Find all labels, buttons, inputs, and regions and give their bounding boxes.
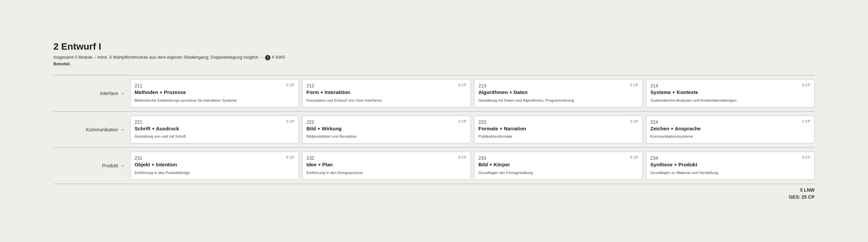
row-label-interface: Interface → (54, 79, 130, 107)
card-221-title: Schrift + Ausdruck (134, 125, 294, 132)
card-213-title: Algorithmen + Daten (478, 89, 638, 96)
card-221-number: 221 (134, 119, 142, 125)
card-212-header: 212 5 CP (307, 83, 466, 88)
card-214: 214 5 CP Systeme + Kontexte Systematisch… (646, 79, 814, 107)
card-232-title: Idee + Plan (307, 161, 466, 168)
row-label-text-kommunikation: Kommunikation (86, 127, 119, 132)
row-label-text-produkt: Produkt (102, 163, 118, 168)
arrow-icon-kommunikation: → (120, 127, 125, 132)
card-214-number: 214 (650, 83, 658, 88)
card-231-title: Objekt + Intention (134, 161, 294, 168)
sws-text: 4 SWS (272, 55, 285, 60)
card-231-desc: Einführung in das Produktdesign (134, 170, 294, 175)
card-212-cp: 5 CP (458, 83, 466, 87)
card-231-cp: 5 CP (286, 155, 294, 159)
card-232-desc: Einführung in den Designprozess (307, 170, 466, 175)
card-223-number: 223 (478, 119, 486, 125)
card-212: 212 5 CP Form + Interaktion Konzeption u… (302, 79, 471, 107)
card-213-number: 213 (478, 83, 486, 88)
card-211-cp: 5 CP (286, 83, 294, 87)
card-222-title: Bild + Wirkung (307, 125, 466, 132)
card-223-desc: Publikationsformate (478, 134, 638, 139)
cards-row-kommunikation: 221 5 CP Schrift + Ausdruck Gestaltung v… (130, 116, 814, 144)
card-232-number: 232 (307, 155, 314, 161)
card-234-cp: 5 CP (802, 155, 810, 159)
card-221-desc: Gestaltung von und mit Schrift (134, 134, 294, 139)
card-221-header: 221 5 CP (134, 119, 294, 125)
footer-row: 5 LNW GES: 25 CP (54, 184, 814, 201)
card-211-title: Methoden + Prozesse (134, 89, 294, 96)
card-233-number: 233 (478, 155, 486, 161)
card-214-header: 214 5 CP (650, 83, 810, 88)
card-234-number: 234 (650, 155, 658, 161)
card-211-desc: Methodische Entwicklungs-prozesse für in… (134, 98, 294, 103)
card-214-desc: Systematische Analysen und Kontextdarste… (650, 98, 810, 103)
card-213-cp: 5 CP (630, 83, 638, 87)
info-icon: i (265, 55, 271, 60)
card-232-header: 232 5 CP (307, 155, 466, 161)
card-223-cp: 5 CP (630, 119, 638, 123)
card-211: 211 5 CP Methoden + Prozesse Methodische… (130, 79, 299, 107)
card-224-header: 224 5 CP (650, 119, 810, 125)
row-kommunikation: Kommunikation → 221 5 CP Schrift + Ausdr… (54, 111, 814, 148)
arrow-icon-interface: → (120, 91, 125, 96)
card-234-header: 234 5 CP (650, 155, 810, 161)
footer-ges: GES: 25 CP (789, 194, 814, 201)
card-213-desc: Gestaltung mit Daten und Algorithmen, Pr… (478, 98, 638, 103)
card-224-title: Zeichen + Ansprache (650, 125, 810, 132)
card-234-desc: Grundlagen zu Material und Herstellung (650, 170, 810, 175)
footer-stats: 5 LNW GES: 25 CP (789, 187, 814, 201)
header-subtitle: Insgesamt 5 Module – mind. 3 Wahlpflicht… (54, 54, 814, 67)
card-211-number: 211 (134, 83, 142, 88)
card-223-header: 223 5 CP (478, 119, 638, 125)
card-221: 221 5 CP Schrift + Ausdruck Gestaltung v… (130, 116, 299, 144)
card-212-title: Form + Interaktion (307, 89, 466, 96)
page-title: 2 Entwurf I (54, 41, 814, 52)
grid-section: Interface → 211 5 CP Methoden + Prozesse… (54, 75, 814, 184)
card-233: 233 5 CP Bild + Körper Grundlagen der Fo… (474, 152, 643, 180)
card-222: 222 5 CP Bild + Wirkung Bildproduktion u… (302, 116, 471, 144)
grade-label: Benotet. (54, 61, 71, 66)
card-223-title: Formate + Narration (478, 125, 638, 132)
footer-lnw: 5 LNW (789, 187, 814, 194)
card-233-desc: Grundlagen der Formgestaltung (478, 170, 638, 175)
card-234-title: Synthese + Produkt (650, 161, 810, 168)
card-212-desc: Konzeption und Entwurf von User-Interfac… (307, 98, 466, 103)
card-222-header: 222 5 CP (307, 119, 466, 125)
card-233-header: 233 5 CP (478, 155, 638, 161)
page-container: 2 Entwurf I Insgesamt 5 Module – mind. 3… (33, 28, 835, 214)
card-222-desc: Bildproduktion und Rezeption (307, 134, 466, 139)
row-label-produkt: Produkt → (54, 152, 130, 180)
card-232-cp: 5 CP (458, 155, 466, 159)
card-224-number: 224 (650, 119, 658, 125)
card-224-cp: 5 CP (802, 119, 810, 123)
row-label-text-interface: Interface (100, 91, 118, 96)
subtitle-text: Insgesamt 5 Module – mind. 3 Wahlpflicht… (54, 55, 264, 60)
card-213-header: 213 5 CP (478, 83, 638, 88)
card-212-number: 212 (307, 83, 314, 88)
header: 2 Entwurf I Insgesamt 5 Module – mind. 3… (54, 41, 814, 67)
card-213: 213 5 CP Algorithmen + Daten Gestaltung … (474, 79, 643, 107)
cards-row-produkt: 231 5 CP Objekt + Intention Einführung i… (130, 152, 814, 180)
card-234: 234 5 CP Synthese + Produkt Grundlagen z… (646, 152, 814, 180)
card-211-header: 211 5 CP (134, 83, 294, 88)
card-221-cp: 5 CP (286, 119, 294, 123)
card-233-cp: 5 CP (630, 155, 638, 159)
row-interface: Interface → 211 5 CP Methoden + Prozesse… (54, 75, 814, 111)
card-233-title: Bild + Körper (478, 161, 638, 168)
card-224-desc: Kommunikationssysteme (650, 134, 810, 139)
row-label-kommunikation: Kommunikation → (54, 116, 130, 144)
card-224: 224 5 CP Zeichen + Ansprache Kommunikati… (646, 116, 814, 144)
card-223: 223 5 CP Formate + Narration Publikation… (474, 116, 643, 144)
cards-row-interface: 211 5 CP Methoden + Prozesse Methodische… (130, 79, 814, 107)
card-214-cp: 5 CP (802, 83, 810, 87)
arrow-icon-produkt: → (120, 163, 125, 168)
card-232: 232 5 CP Idee + Plan Einführung in den D… (302, 152, 471, 180)
card-222-cp: 5 CP (458, 119, 466, 123)
card-231: 231 5 CP Objekt + Intention Einführung i… (130, 152, 299, 180)
row-produkt: Produkt → 231 5 CP Objekt + Intention Ei… (54, 147, 814, 184)
card-231-header: 231 5 CP (134, 155, 294, 161)
card-231-number: 231 (134, 155, 142, 161)
card-222-number: 222 (307, 119, 314, 125)
card-214-title: Systeme + Kontexte (650, 89, 810, 96)
